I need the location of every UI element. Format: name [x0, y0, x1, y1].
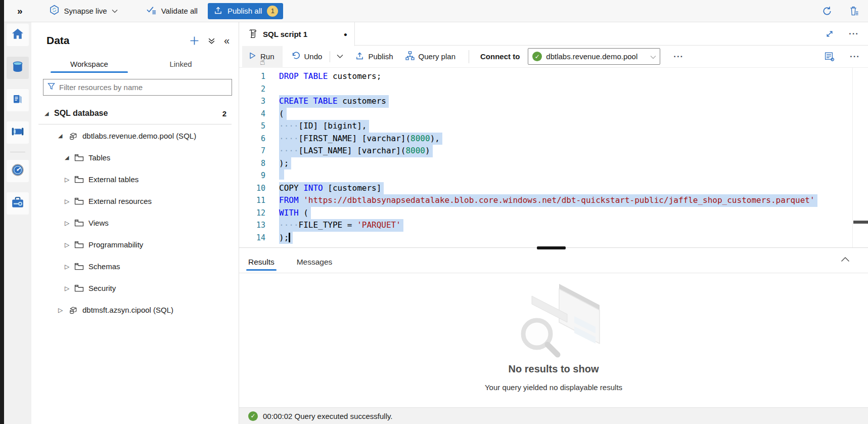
nav-manage[interactable]: [7, 192, 29, 215]
expander-icon[interactable]: ▷: [65, 220, 73, 227]
nav-monitor[interactable]: [7, 160, 29, 182]
query-plan-button[interactable]: Query plan: [405, 51, 455, 62]
publish-all-label: Publish all: [227, 7, 262, 15]
db-icon: [68, 131, 78, 141]
tree-item-label: dbtmsft.azsyn.cipool (SQL): [82, 306, 173, 314]
line-number: 10: [239, 182, 265, 195]
expander-icon[interactable]: ▷: [65, 176, 73, 183]
tree-item-dbtmsft-azsyn-cipool-sql[interactable]: ▷dbtmsft.azsyn.cipool (SQL): [31, 299, 239, 321]
tree-item-external-resources[interactable]: ▷External resources: [31, 190, 239, 212]
data-panel: Data « Workspace Linked ◢SQL database2◢d…: [31, 22, 239, 424]
undo-button[interactable]: Undo: [291, 51, 323, 62]
code-line-9[interactable]: 9: [239, 169, 868, 182]
editor-more-actions-icon[interactable]: ···: [850, 52, 860, 62]
code-line-7[interactable]: 7····[LAST_NAME] [varchar](8000): [239, 145, 868, 157]
tree-item-label: SQL database: [54, 109, 108, 118]
code-line-14[interactable]: 14);: [239, 232, 868, 244]
code-line-3[interactable]: 3CREATE TABLE customers: [239, 95, 868, 108]
line-number: 14: [239, 232, 265, 244]
resource-tree: ◢SQL database2◢dbtlabs.revenue.demo.pool…: [31, 103, 239, 321]
tree-item-label: dbtlabs.revenue.demo.pool (SQL): [82, 132, 196, 140]
selection-highlight: ····[ID] [bigint],: [279, 120, 369, 133]
toolbar-more-icon[interactable]: ···: [673, 52, 683, 62]
code-line-11[interactable]: 11FROM 'https://dbtlabsynapsedatalake.bl…: [239, 194, 868, 207]
expander-icon[interactable]: ▷: [65, 285, 73, 292]
tree-item-programmability[interactable]: ▷Programmability: [31, 234, 239, 256]
selection-highlight: CREATE TABLE customers: [279, 95, 389, 108]
collapse-results-chevron-icon[interactable]: [841, 255, 850, 264]
expander-icon[interactable]: ▷: [65, 198, 73, 205]
code-line-5[interactable]: 5····[ID] [bigint],: [239, 120, 868, 133]
code-text: CREATE TABLE customers: [279, 95, 389, 108]
tab-results[interactable]: Results: [247, 258, 276, 273]
code-line-1[interactable]: 1DROP TABLE customers;: [239, 70, 868, 83]
expander-icon[interactable]: ◢: [44, 110, 53, 117]
publish-button[interactable]: Publish: [355, 52, 393, 62]
expander-icon[interactable]: ▷: [65, 263, 73, 270]
nav-integrate[interactable]: [7, 121, 29, 144]
expander-icon[interactable]: ◢: [65, 154, 73, 161]
tab-sql-script-1[interactable]: SQL script 1 ●: [239, 22, 355, 46]
splitter-drag-handle[interactable]: [537, 246, 566, 249]
code-line-10[interactable]: 10COPY INTO [customers]: [239, 182, 868, 195]
tab-more-actions-icon[interactable]: ···: [849, 29, 859, 39]
publish-label: Publish: [368, 52, 393, 61]
validate-all-button[interactable]: Validate all: [146, 6, 198, 17]
refresh-icon[interactable]: [822, 6, 832, 16]
pool-name: dbtlabs.revenue.demo.pool: [546, 52, 637, 61]
code-text: COPY INTO [customers]: [279, 182, 384, 195]
selection-highlight: ····[LAST_NAME] [varchar](8000): [279, 145, 433, 157]
nav-data[interactable]: [7, 57, 29, 79]
query-settings-icon[interactable]: [825, 52, 835, 62]
tab-workspace[interactable]: Workspace: [43, 56, 135, 73]
mode-selector[interactable]: Synapse live: [49, 5, 118, 17]
tree-item-dbtlabs-revenue-demo-pool-sql[interactable]: ◢dbtlabs.revenue.demo.pool (SQL): [31, 125, 239, 147]
success-check-icon: ✓: [248, 411, 258, 421]
tab-label: SQL script 1: [263, 30, 338, 38]
code-text: ····[LAST_NAME] [varchar](8000): [279, 145, 433, 157]
undo-dropdown-chevron-icon[interactable]: [337, 54, 343, 59]
scrollbar-thumb[interactable]: [853, 221, 868, 224]
code-line-4[interactable]: 4(: [239, 108, 868, 120]
collapse-panel-icon[interactable]: «: [224, 35, 230, 47]
nav-develop[interactable]: [7, 89, 29, 111]
add-resource-icon[interactable]: [190, 36, 199, 46]
collapse-all-icon[interactable]: [208, 37, 215, 45]
query-status-bar: ✓ 00:00:02 Query executed successfully.: [239, 407, 868, 424]
tree-item-security[interactable]: ▷Security: [31, 277, 239, 299]
code-line-12[interactable]: 12WITH (: [239, 207, 868, 220]
expander-icon[interactable]: ▷: [65, 241, 73, 248]
validate-all-label: Validate all: [161, 7, 198, 15]
tree-item-external-tables[interactable]: ▷External tables: [31, 168, 239, 190]
tree-item-views[interactable]: ▷Views: [31, 212, 239, 234]
code-line-8[interactable]: 8);: [239, 157, 868, 170]
filter-input[interactable]: [59, 83, 227, 92]
topbar-right-actions: [822, 6, 859, 16]
document-tab-row: SQL script 1 ● ···: [239, 22, 868, 46]
expand-editor-icon[interactable]: [826, 30, 834, 38]
tab-linked[interactable]: Linked: [135, 56, 226, 73]
expand-sidebar-icon[interactable]: »: [17, 6, 23, 17]
code-line-2[interactable]: 2: [239, 83, 868, 96]
code-text: ····[FIRST_NAME] [varchar](8000),: [279, 133, 442, 145]
tree-item-label: Security: [88, 284, 116, 292]
code-text: [279, 169, 284, 182]
expander-icon[interactable]: ◢: [58, 133, 67, 139]
tree-item-sql-database[interactable]: ◢SQL database2: [38, 103, 232, 124]
discard-all-icon[interactable]: [849, 6, 859, 16]
pool-select-dropdown[interactable]: ✓ dbtlabs.revenue.demo.pool: [528, 48, 660, 65]
minimap-border: [852, 68, 853, 247]
run-play-icon: [249, 52, 256, 61]
tree-item-schemas[interactable]: ▷Schemas: [31, 256, 239, 277]
expander-icon[interactable]: ▷: [58, 307, 67, 314]
sql-code-editor[interactable]: 1DROP TABLE customers;23CREATE TABLE cus…: [239, 68, 868, 247]
tab-messages[interactable]: Messages: [296, 258, 334, 273]
code-line-13[interactable]: 13····FILE_TYPE = 'PARQUET': [239, 219, 868, 232]
folder-icon: [74, 284, 84, 292]
top-command-bar: » Synapse live Validate all Publish all …: [4, 0, 868, 22]
publish-all-button[interactable]: Publish all 1: [208, 3, 283, 19]
code-line-6[interactable]: 6····[FIRST_NAME] [varchar](8000),: [239, 133, 868, 145]
nav-home[interactable]: [7, 24, 29, 46]
tree-item-tables[interactable]: ◢Tables: [31, 147, 239, 168]
filter-box: [43, 79, 232, 96]
